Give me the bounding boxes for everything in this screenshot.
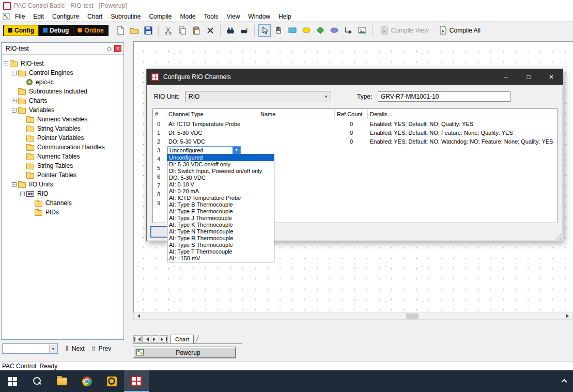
collapse-minus-icon[interactable]: − (12, 108, 17, 113)
tree-item-subroutines-included[interactable]: Subroutines Included (2, 87, 123, 96)
combo-arrow-icon[interactable]: ▼ (49, 344, 57, 353)
panel-close-button[interactable]: ✕ (114, 45, 121, 52)
channel-row-0[interactable]: 0AI: ICTD Temperature Probe0Enabled: YES… (153, 119, 557, 128)
menu-item-edit[interactable]: Edit (29, 12, 48, 21)
menu-item-window[interactable]: Window (244, 12, 274, 21)
resize-grip-icon[interactable] (555, 233, 562, 240)
select-tool-button[interactable] (258, 24, 271, 37)
tab-first-button[interactable] (133, 335, 142, 343)
tree-item-communication-handles[interactable]: Communication Handles (2, 143, 123, 152)
dropdown-option-do-5-30-vdc[interactable]: DO: 5-30 VDC (167, 175, 274, 181)
tray-expand-button[interactable] (555, 370, 573, 392)
dropdown-option-ai-type-k-thermocouple[interactable]: AI: Type K Thermocouple (167, 222, 274, 228)
combo-arrow-icon[interactable]: ▼ (321, 91, 331, 102)
channel-type-combobox[interactable]: Unconfigured▼ (167, 146, 241, 154)
tree-item-numeric-variables[interactable]: Numeric Variables (2, 115, 123, 124)
start-button[interactable] (0, 370, 25, 392)
dropdown-option-ai-150-mv[interactable]: AI: ±150 mV (167, 255, 274, 262)
tree-item-string-tables[interactable]: String Tables (2, 161, 123, 170)
next-button[interactable]: ⇩ Next (64, 345, 85, 353)
tree-item-charts[interactable]: +Charts (2, 96, 123, 105)
compile-all-button[interactable]: Compile All (435, 24, 485, 37)
menu-item-tools[interactable]: Tools (200, 12, 223, 21)
online-mode-button[interactable]: Online (73, 25, 107, 36)
dropdown-option-di-switch-input-powered-on-off-only[interactable]: DI: Switch Input, Powered on/off only (167, 168, 274, 175)
find-next-button[interactable] (238, 24, 251, 37)
collapse-minus-icon[interactable]: − (12, 71, 17, 75)
scroll-left-arrow[interactable] (134, 313, 142, 319)
powerup-window-button[interactable]: Powerup (133, 347, 236, 358)
expand-plus-icon[interactable]: + (12, 99, 17, 103)
save-button[interactable] (142, 24, 154, 37)
menu-item-help[interactable]: Help (274, 12, 296, 21)
tree-item-epic-lc[interactable]: epic-lc (2, 77, 123, 87)
maximize-button[interactable]: □ (517, 69, 540, 85)
dropdown-option-ai-type-e-thermocouple[interactable]: AI: Type E Thermocouple (167, 208, 274, 215)
paste-button[interactable] (190, 24, 203, 37)
find-button[interactable] (224, 24, 237, 37)
debug-mode-button[interactable]: Debug (39, 25, 73, 36)
delete-button[interactable] (204, 24, 216, 37)
tree-item-i-o-units[interactable]: −I/O Units (2, 180, 123, 189)
dropdown-option-unconfigured[interactable]: Unconfigured (167, 154, 274, 161)
taskbar-chrome-button[interactable] (74, 370, 99, 392)
tab-last-button[interactable] (160, 335, 168, 343)
dropdown-option-ai-0-10-v[interactable]: AI: 0-10 V (167, 181, 274, 188)
channel-row-3[interactable]: 3Unconfigured▼ (153, 146, 557, 154)
tree-item-pointer-tables[interactable]: Pointer Tables (2, 170, 123, 180)
rounded-rect-tool-button[interactable] (300, 24, 313, 37)
collapse-minus-icon[interactable]: − (20, 192, 25, 196)
tree-item-rio-test[interactable]: −RIO-test (2, 59, 123, 68)
dropdown-option-ai-type-j-thermocouple[interactable]: AI: Type J Thermocouple (167, 215, 274, 222)
copy-button[interactable] (176, 24, 189, 37)
dock-diamond-icon[interactable]: ◇ (107, 45, 112, 52)
taskbar-file-explorer-button[interactable] (50, 370, 74, 392)
dropdown-option-ai-type-t-thermocouple[interactable]: AI: Type T Thermocouple (167, 248, 274, 255)
tree-item-rio[interactable]: −RIO (2, 189, 123, 198)
tree-item-string-variables[interactable]: String Variables (2, 124, 123, 133)
dropdown-option-ai-0-20-ma[interactable]: AI: 0-20 mA (167, 188, 274, 195)
menu-item-view[interactable]: View (223, 12, 244, 21)
taskbar-pac-control-button[interactable] (124, 370, 149, 392)
channel-row-2[interactable]: 2DO: 5-30 VDC0Enabled: YES; Default: NO;… (153, 137, 557, 146)
taskbar-search-button[interactable] (25, 370, 50, 392)
tree-filter-combo[interactable]: ▼ (2, 343, 58, 354)
channel-row-1[interactable]: 1DI: 5-30 VDC0Enabled: YES; Default: NO;… (153, 128, 557, 137)
rio-unit-dropdown[interactable]: RIO ▼ (185, 91, 331, 102)
open-button[interactable] (128, 24, 141, 37)
scroll-thumb[interactable] (406, 313, 419, 319)
dropdown-option-ai-type-s-thermocouple[interactable]: AI: Type S Thermocouple (167, 242, 274, 248)
tab-prev-button[interactable] (142, 335, 150, 343)
scroll-right-arrow[interactable] (565, 313, 572, 319)
menu-item-file[interactable]: File (11, 12, 29, 21)
menu-item-compile[interactable]: Compile (145, 12, 176, 21)
chart-hscrollbar[interactable] (133, 312, 573, 320)
rectangle-tool-button[interactable] (286, 24, 299, 37)
taskbar-q-app-button[interactable] (99, 370, 124, 392)
menu-item-chart[interactable]: Chart (83, 12, 106, 21)
dropdown-option-ai-ictd-temperature-probe[interactable]: AI: ICTD Temperature Probe (167, 195, 274, 201)
dropdown-option-ai-type-b-thermocouple[interactable]: AI: Type B Thermocouple (167, 201, 274, 208)
dropdown-option-ai-type-r-thermocouple[interactable]: AI: Type R Thermocouple (167, 235, 274, 242)
pan-tool-button[interactable] (272, 24, 285, 37)
tab-next-button[interactable] (151, 335, 159, 343)
collapse-minus-icon[interactable]: − (12, 182, 17, 187)
new-button[interactable] (114, 24, 127, 37)
combo-arrow-icon[interactable]: ▼ (233, 147, 240, 154)
tree-item-control-engines[interactable]: −Control Engines (2, 68, 123, 77)
tree-item-pids[interactable]: PIDs (2, 208, 123, 217)
dropdown-option-di-5-30-vdc-on-off-only[interactable]: DI: 5-30 VDC on/off only (167, 161, 274, 168)
menu-item-mode[interactable]: Mode (176, 12, 199, 21)
tree-item-channels[interactable]: Channels (2, 198, 123, 208)
tree-item-pointer-variables[interactable]: Pointer Variables (2, 133, 123, 143)
collapse-minus-icon[interactable]: − (4, 61, 8, 66)
config-mode-button[interactable]: Config (4, 25, 39, 36)
diamond-tool-button[interactable] (314, 24, 327, 37)
dropdown-option-ai-type-n-thermocouple[interactable]: AI: Type N Thermocouple (167, 228, 274, 235)
ellipse-tool-button[interactable] (328, 24, 340, 37)
tree-item-variables[interactable]: −Variables (2, 105, 123, 115)
menu-item-subroutine[interactable]: Subroutine (106, 12, 145, 21)
menu-item-configure[interactable]: Configure (48, 12, 83, 21)
image-tool-button[interactable] (356, 24, 368, 37)
minimize-button[interactable]: – (494, 69, 517, 85)
